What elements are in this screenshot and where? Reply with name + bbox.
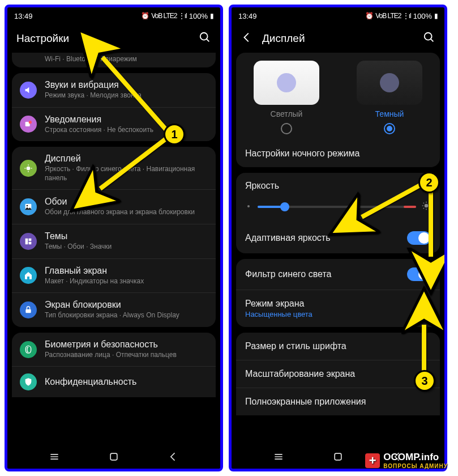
svg-point-0 [200, 33, 208, 40]
watermark-subtext: ВОПРОСЫ АДМИНУ [383, 463, 448, 469]
row-title: Экран блокировки [45, 300, 208, 310]
svg-point-3 [29, 121, 32, 124]
brightness-label: Яркость [245, 181, 431, 191]
svg-point-24 [425, 204, 429, 208]
list-item-themes[interactable]: ТемыТемы · Обои · Значки [12, 224, 216, 259]
battery-icon: ▮ [434, 12, 438, 20]
clock: 13:49 [238, 12, 257, 20]
display-settings: Светлый Темный Настройки ночного режима … [232, 53, 444, 445]
header: Настройки [7, 24, 220, 53]
theme-option-light[interactable]: Светлый [242, 61, 331, 134]
home-button[interactable] [108, 450, 120, 463]
svg-rect-13 [29, 241, 32, 244]
theme-option-dark[interactable]: Темный [345, 61, 434, 134]
back-icon[interactable] [241, 31, 253, 46]
adaptive-brightness-row[interactable]: Адаптивная яркость [236, 223, 440, 253]
list-item-priv[interactable]: Конфиденциальность [12, 367, 216, 397]
svg-rect-36 [335, 453, 341, 460]
svg-line-29 [423, 203, 424, 203]
fullscreen-apps-row[interactable]: Полноэкранные приложения [236, 388, 440, 415]
recents-button[interactable] [272, 450, 285, 463]
svg-line-30 [429, 208, 429, 209]
wall-icon [20, 198, 37, 215]
watermark: + OCOMP.info ВОПРОСЫ АДМИНУ [365, 452, 448, 469]
radio-light[interactable] [281, 123, 292, 134]
alarm-icon: ⏰ [141, 12, 149, 20]
theme-label-light: Светлый [271, 109, 303, 118]
row-subtitle: Режим звука · Мелодия звонка [45, 91, 208, 100]
lock-icon [20, 301, 37, 318]
watermark-text: OCOMP.info [383, 452, 439, 462]
search-icon[interactable] [423, 31, 435, 46]
screen-mode-row[interactable]: Режим экрана Насыщенные цвета [236, 290, 440, 327]
list-item-bio[interactable]: Биометрия и безопасностьРаспознавание ли… [12, 333, 216, 367]
row-subtitle: Обои для главного экрана и экрана блокир… [45, 208, 208, 217]
search-icon[interactable] [199, 31, 211, 46]
page-title: Настройки [16, 32, 69, 45]
list-item-home[interactable]: Главный экранМакет · Индикаторы на значк… [12, 259, 216, 294]
list-item-notif[interactable]: УведомленияСтрока состояния · Не беспоко… [12, 108, 216, 142]
settings-list: Wi-Fi · Bluetooth · Авиарежим Звуки и ви… [7, 53, 220, 445]
row-title: Уведомления [45, 114, 208, 125]
row-title: Темы [45, 231, 208, 241]
recents-button[interactable] [48, 450, 61, 463]
row-subtitle: Строка состояния · Не беспокоить [45, 126, 208, 135]
row-title: Звуки и вибрация [45, 80, 208, 90]
battery-text: 100% [189, 12, 208, 20]
zoom-row[interactable]: Масштабирование экрана [236, 360, 440, 388]
list-item-connections-sub[interactable]: Wi-Fi · Bluetooth · Авиарежим [12, 53, 216, 67]
bluelight-toggle[interactable] [407, 267, 431, 281]
svg-rect-14 [25, 309, 31, 313]
priv-icon [20, 373, 37, 390]
header: Дисплей [232, 24, 444, 53]
phone-left: 13:49 ⏰ VoB LTE2 ⋮ıl 100% ▮ Настройки Wi… [5, 5, 223, 471]
row-title: Конфиденциальность [45, 377, 208, 387]
svg-line-1 [207, 39, 209, 42]
svg-point-23 [247, 205, 250, 207]
row-subtitle: Тип блокировки экрана · Always On Displa… [45, 311, 208, 320]
svg-point-21 [425, 33, 432, 40]
svg-rect-11 [25, 238, 28, 244]
row-title: Биометрия и безопасность [45, 339, 208, 350]
bluelight-row[interactable]: Фильтр синего света [236, 259, 440, 290]
svg-point-4 [27, 166, 31, 170]
phone-right: 13:49 ⏰ VoB LTE2 ⋮ıl 100% ▮ Дисплей Свет… [229, 5, 447, 471]
row-title: Дисплей [45, 154, 208, 164]
adaptive-brightness-toggle[interactable] [407, 231, 431, 245]
battery-text: 100% [413, 12, 432, 20]
sound-icon [20, 82, 37, 99]
radio-dark[interactable] [384, 123, 395, 134]
svg-line-22 [431, 39, 434, 42]
row-subtitle: Темы · Обои · Значки [45, 243, 208, 252]
page-title: Дисплей [262, 32, 305, 45]
back-button[interactable] [167, 450, 179, 463]
theme-label-dark: Темный [375, 109, 404, 118]
screen-mode-value: Насыщенные цвета [245, 310, 431, 318]
row-subtitle: Макет · Индикаторы на значках [45, 277, 208, 286]
display-icon [20, 160, 37, 177]
svg-rect-18 [110, 453, 117, 460]
home-button[interactable] [332, 450, 344, 463]
clock: 13:49 [14, 12, 33, 20]
svg-line-32 [429, 203, 429, 203]
theme-picker: Светлый Темный [236, 53, 440, 140]
night-mode-settings-row[interactable]: Настройки ночного режима [236, 140, 440, 167]
font-row[interactable]: Размер и стиль шрифта [236, 333, 440, 360]
svg-line-31 [423, 208, 424, 209]
brightness-slider[interactable] [258, 206, 416, 208]
svg-point-10 [27, 205, 28, 207]
list-item-wall[interactable]: ОбоиОбои для главного экрана и экрана бл… [12, 190, 216, 224]
status-bar: 13:49 ⏰ VoB LTE2 ⋮ıl 100% ▮ [232, 7, 444, 24]
network-text: VoB LTE2 ⋮ıl [375, 12, 410, 20]
list-item-display[interactable]: ДисплейЯркость · Фильтр синего света · Н… [12, 147, 216, 190]
themes-icon [20, 233, 37, 250]
list-item-sound[interactable]: Звуки и вибрацияРежим звука · Мелодия зв… [12, 73, 216, 108]
bluelight-label: Фильтр синего света [245, 269, 331, 279]
brightness-section: Яркость [236, 173, 440, 223]
row-title: Обои [45, 197, 208, 207]
row-title: Главный экран [45, 266, 208, 276]
list-item-lock[interactable]: Экран блокировкиТип блокировки экрана · … [12, 293, 216, 327]
watermark-logo-icon: + [365, 453, 380, 468]
sun-large-icon [422, 201, 431, 212]
sun-small-icon [245, 202, 252, 212]
